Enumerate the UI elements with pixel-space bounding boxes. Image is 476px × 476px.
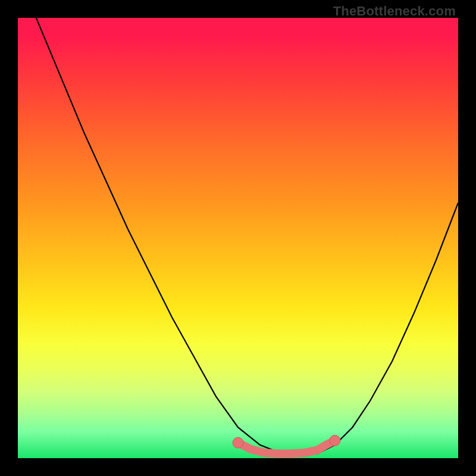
plot-area — [18, 18, 458, 458]
watermark-text: TheBottleneck.com — [333, 4, 456, 19]
bottleneck-curve — [18, 18, 458, 454]
flat-region-stroke — [238, 440, 335, 453]
flat-region-endpoint — [233, 437, 243, 448]
chart-frame: TheBottleneck.com — [0, 0, 476, 476]
flat-region-markers — [233, 435, 340, 453]
curve-layer — [18, 18, 458, 458]
flat-region-endpoint — [330, 435, 340, 446]
